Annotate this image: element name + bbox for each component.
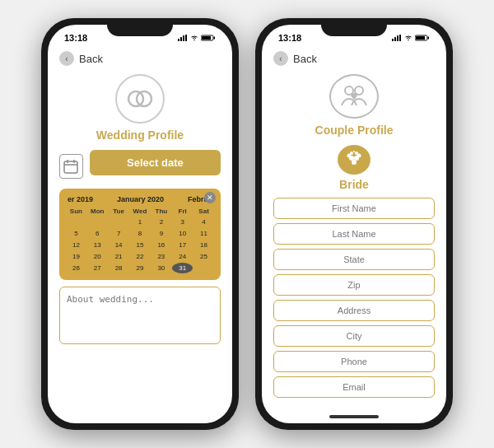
svg-rect-16 xyxy=(399,35,401,41)
cal-day[interactable]: 19 xyxy=(66,251,86,262)
time-left: 13:18 xyxy=(64,33,87,43)
email-input[interactable] xyxy=(273,376,435,398)
cal-day[interactable]: 28 xyxy=(109,263,129,273)
cal-day[interactable]: 2 xyxy=(151,217,171,227)
home-indicator-right xyxy=(329,415,379,418)
select-date-button[interactable]: Select date xyxy=(90,150,221,175)
address-input[interactable] xyxy=(273,300,435,321)
back-arrow-right: ‹ xyxy=(273,51,288,66)
bride-icon xyxy=(338,145,370,175)
state-input[interactable] xyxy=(273,249,435,270)
svg-rect-6 xyxy=(214,37,216,40)
day-header-tue: Tue xyxy=(109,207,129,216)
about-wedding-textarea[interactable] xyxy=(59,287,221,344)
cal-day[interactable]: 9 xyxy=(151,228,171,239)
svg-rect-2 xyxy=(183,35,184,41)
couple-title: Couple Profile xyxy=(315,124,394,137)
wifi-icon xyxy=(190,35,198,41)
day-header-wed: Wed xyxy=(130,207,151,216)
svg-point-27 xyxy=(347,154,352,158)
rings-svg xyxy=(125,84,155,114)
back-label-left: Back xyxy=(79,53,103,65)
svg-rect-18 xyxy=(416,36,425,40)
notch-right xyxy=(321,18,387,36)
svg-point-24 xyxy=(352,160,357,165)
svg-rect-0 xyxy=(178,39,179,41)
cal-day[interactable] xyxy=(66,217,86,227)
cal-day[interactable]: 1 xyxy=(130,217,151,227)
zip-input[interactable] xyxy=(273,274,435,296)
cal-day[interactable]: 29 xyxy=(130,263,151,273)
last-name-input[interactable] xyxy=(273,223,435,245)
cal-day[interactable]: 12 xyxy=(66,240,86,250)
cal-day[interactable]: 18 xyxy=(193,240,214,250)
cal-day[interactable]: 30 xyxy=(151,263,171,273)
date-row: Select date xyxy=(59,150,221,182)
cal-day[interactable]: 5 xyxy=(66,228,86,239)
cal-day[interactable]: 27 xyxy=(87,263,108,273)
svg-rect-9 xyxy=(64,161,77,173)
cal-day[interactable] xyxy=(87,217,108,227)
signal-icon xyxy=(178,35,188,41)
left-phone: 13:18 xyxy=(41,18,239,430)
cal-day[interactable] xyxy=(109,217,129,227)
cal-day[interactable]: 24 xyxy=(172,251,193,262)
cal-day[interactable]: 17 xyxy=(172,240,193,250)
right-phone: 13:18 xyxy=(255,18,453,430)
wifi-icon-right xyxy=(404,35,412,41)
cal-day[interactable]: 15 xyxy=(130,240,151,250)
left-screen: 13:18 xyxy=(48,25,232,423)
day-header-sat: Sat xyxy=(193,207,214,216)
back-button-right[interactable]: ‹ Back xyxy=(262,48,446,69)
back-button-left[interactable]: ‹ Back xyxy=(48,48,232,69)
svg-rect-1 xyxy=(180,37,182,41)
calendar-close-button[interactable]: ✕ xyxy=(204,192,216,203)
cal-day[interactable]: 13 xyxy=(87,240,108,250)
svg-rect-3 xyxy=(185,35,187,41)
svg-rect-5 xyxy=(202,36,211,40)
status-icons-left xyxy=(178,35,216,41)
cal-day[interactable]: 14 xyxy=(109,240,129,250)
grape-icon xyxy=(344,150,364,170)
cal-day[interactable]: 6 xyxy=(87,228,108,239)
cal-day[interactable]: 3 xyxy=(172,217,193,227)
first-name-input[interactable] xyxy=(273,198,435,219)
cal-day[interactable]: 11 xyxy=(193,228,214,239)
cal-day[interactable]: 23 xyxy=(151,251,171,262)
prev-month-label: er 2019 xyxy=(68,195,93,203)
day-header-mon: Mon xyxy=(87,207,108,216)
day-header-fri: Fri xyxy=(172,207,193,216)
calendar-icon xyxy=(63,158,79,175)
cal-day[interactable]: 10 xyxy=(172,228,193,239)
back-arrow-left: ‹ xyxy=(59,51,74,66)
right-screen: 13:18 xyxy=(262,25,446,423)
status-icons-right xyxy=(392,35,430,41)
cal-day[interactable]: 21 xyxy=(109,251,129,262)
wedding-profile-icon xyxy=(115,74,165,124)
cal-day[interactable]: 4 xyxy=(193,217,214,227)
right-screen-content: Couple Profile Bride xyxy=(262,69,446,412)
cal-day-today[interactable]: 31 xyxy=(172,263,193,273)
calendar-icon-box xyxy=(59,154,83,179)
cal-day[interactable]: 26 xyxy=(66,263,86,273)
cal-day[interactable]: 7 xyxy=(109,228,129,239)
cal-day[interactable] xyxy=(193,263,214,273)
calendar-popup: ✕ er 2019 January 2020 Februa Sun Mon Tu… xyxy=(59,189,221,280)
notch xyxy=(107,18,173,36)
phone-input[interactable] xyxy=(273,351,435,372)
signal-icon-right xyxy=(392,35,402,41)
time-right: 13:18 xyxy=(278,33,301,43)
cal-day[interactable]: 22 xyxy=(130,251,151,262)
wedding-title: Wedding Profile xyxy=(96,128,184,142)
svg-rect-19 xyxy=(428,37,430,40)
svg-rect-13 xyxy=(392,39,394,41)
day-header-thu: Thu xyxy=(151,207,171,216)
cal-day[interactable]: 20 xyxy=(87,251,108,262)
cal-day[interactable]: 16 xyxy=(151,240,171,250)
cal-day[interactable]: 8 xyxy=(130,228,151,239)
cal-day[interactable]: 25 xyxy=(193,251,214,262)
day-header-sun: Sun xyxy=(66,207,86,216)
city-input[interactable] xyxy=(273,325,435,347)
couple-profile-icon xyxy=(329,74,379,119)
current-month-label: January 2020 xyxy=(117,195,164,203)
